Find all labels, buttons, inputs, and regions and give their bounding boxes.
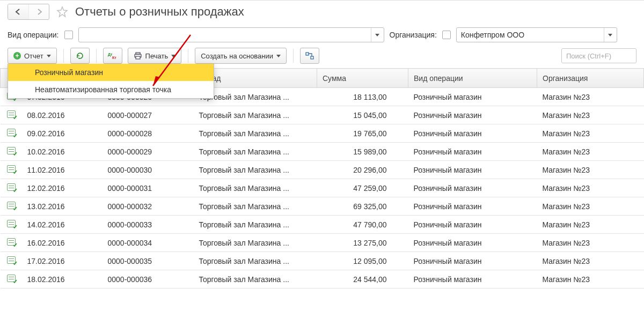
cell-number: 0000-000029 <box>103 143 194 161</box>
cell-operation: Розничный магазин <box>408 143 537 161</box>
row-status-icon <box>1 270 22 289</box>
print-button-label: Печать <box>145 52 169 60</box>
cell-operation: Розничный магазин <box>408 124 537 143</box>
cell-sum: 24 544,00 <box>317 270 408 289</box>
cell-date: 14.02.2016 <box>22 216 103 234</box>
dropdown-item-retail-store[interactable]: Розничный магазин <box>8 64 214 81</box>
cell-sum: 20 296,00 <box>317 161 408 179</box>
operation-filter-checkbox[interactable] <box>64 31 73 39</box>
cell-store: Торговый зал Магазина ... <box>194 161 317 179</box>
cell-date: 12.02.2016 <box>22 179 103 197</box>
printer-icon <box>134 52 142 60</box>
column-header-sum[interactable]: Сумма <box>317 69 408 88</box>
cell-org: Магазин №23 <box>537 197 644 216</box>
print-button[interactable]: Печать <box>128 48 182 64</box>
cell-operation: Розничный магазин <box>408 234 537 252</box>
row-status-icon <box>1 161 22 179</box>
report-dropdown-menu: Розничный магазин Неавтоматизированная т… <box>8 64 214 99</box>
cell-number: 0000-000032 <box>103 197 194 216</box>
table-row[interactable]: 14.02.20160000-000033Торговый зал Магази… <box>1 216 644 234</box>
arrow-right-icon <box>35 9 43 15</box>
operation-filter-label: Вид операции: <box>8 31 59 39</box>
cell-number: 0000-000030 <box>103 161 194 179</box>
page-title: Отчеты о розничных продажах <box>75 5 244 19</box>
cell-operation: Розничный магазин <box>408 88 537 106</box>
row-status-icon <box>1 252 22 270</box>
chevron-down-icon <box>604 28 617 42</box>
link-icon <box>305 52 314 60</box>
svg-rect-3 <box>136 53 140 54</box>
cell-date: 11.02.2016 <box>22 161 103 179</box>
refresh-button[interactable] <box>70 48 90 64</box>
toolbar-separator <box>188 49 188 63</box>
row-status-icon <box>1 234 22 252</box>
table-row[interactable]: 13.02.20160000-000032Торговый зал Магази… <box>1 197 644 216</box>
cell-store: Торговый зал Магазина ... <box>194 106 317 124</box>
cell-sum: 69 325,00 <box>317 197 408 216</box>
operation-filter-combo[interactable] <box>78 27 384 42</box>
nav-back-button[interactable] <box>8 4 28 19</box>
cell-sum: 47 790,00 <box>317 216 408 234</box>
svg-rect-6 <box>311 56 313 59</box>
row-status-icon <box>1 143 22 161</box>
cell-sum: 19 765,00 <box>317 124 408 143</box>
cell-number: 0000-000031 <box>103 179 194 197</box>
cell-number: 0000-000035 <box>103 252 194 270</box>
cell-number: 0000-000028 <box>103 124 194 143</box>
svg-text:Кт: Кт <box>112 56 116 60</box>
cell-sum: 15 989,00 <box>317 143 408 161</box>
cell-sum: 15 045,00 <box>317 106 408 124</box>
structure-button[interactable] <box>300 48 319 64</box>
cell-number: 0000-000027 <box>103 106 194 124</box>
refresh-icon <box>76 51 84 60</box>
row-status-icon <box>1 106 22 124</box>
cell-operation: Розничный магазин <box>408 179 537 197</box>
table-row[interactable]: 12.02.20160000-000031Торговый зал Магази… <box>1 179 644 197</box>
cell-sum: 18 113,00 <box>317 88 408 106</box>
toolbar-separator <box>96 49 97 63</box>
cell-date: 16.02.2016 <box>22 234 103 252</box>
cell-date: 08.02.2016 <box>22 106 103 124</box>
cell-org: Магазин №23 <box>537 216 644 234</box>
cell-org: Магазин №23 <box>537 143 644 161</box>
create-based-on-button[interactable]: Создать на основании <box>195 48 287 64</box>
org-filter-combo[interactable]: Конфетпром ООО <box>456 27 617 42</box>
cell-org: Магазин №23 <box>537 252 644 270</box>
table-row[interactable]: 10.02.20160000-000029Торговый зал Магази… <box>1 143 644 161</box>
favorite-star-icon[interactable] <box>55 4 70 19</box>
cell-operation: Розничный магазин <box>408 216 537 234</box>
svg-rect-4 <box>136 56 140 59</box>
cell-operation: Розничный магазин <box>408 197 537 216</box>
cell-org: Магазин №23 <box>537 234 644 252</box>
plus-circle-icon: + <box>13 52 21 60</box>
toolbar-separator <box>63 49 64 63</box>
documents-table: Дата Номер Склад Сумма Вид операции Орга… <box>0 68 644 289</box>
report-create-button[interactable]: + Отчет <box>8 48 57 64</box>
cell-store: Торговый зал Магазина ... <box>194 234 317 252</box>
chevron-down-icon <box>47 55 51 57</box>
org-filter-checkbox[interactable] <box>442 31 451 39</box>
cell-date: 09.02.2016 <box>22 124 103 143</box>
nav-forward-button[interactable] <box>28 4 49 19</box>
chevron-down-icon <box>371 28 384 42</box>
table-row[interactable]: 18.02.20160000-000036Торговый зал Магази… <box>1 270 644 289</box>
table-row[interactable]: 16.02.20160000-000034Торговый зал Магази… <box>1 234 644 252</box>
cell-operation: Розничный магазин <box>408 106 537 124</box>
column-header-org[interactable]: Организация <box>537 69 644 88</box>
table-row[interactable]: 08.02.20160000-000027Торговый зал Магази… <box>1 106 644 124</box>
table-row[interactable]: 11.02.20160000-000030Торговый зал Магази… <box>1 161 644 179</box>
cell-sum: 13 275,00 <box>317 234 408 252</box>
search-input[interactable]: Поиск (Ctrl+F) <box>561 48 636 63</box>
row-status-icon <box>1 124 22 143</box>
svg-rect-5 <box>306 53 309 55</box>
dtkt-button[interactable]: ДтКт <box>103 48 122 64</box>
toolbar-separator <box>293 49 294 63</box>
dropdown-item-nonauto-point[interactable]: Неавтоматизированная торговая точка <box>8 81 214 98</box>
column-header-operation[interactable]: Вид операции <box>408 69 537 88</box>
table-row[interactable]: 09.02.20160000-000028Торговый зал Магази… <box>1 124 644 143</box>
cell-org: Магазин №23 <box>537 179 644 197</box>
cell-date: 13.02.2016 <box>22 197 103 216</box>
table-row[interactable]: 17.02.20160000-000035Торговый зал Магази… <box>1 252 644 270</box>
cell-org: Магазин №23 <box>537 124 644 143</box>
chevron-down-icon <box>171 55 175 57</box>
